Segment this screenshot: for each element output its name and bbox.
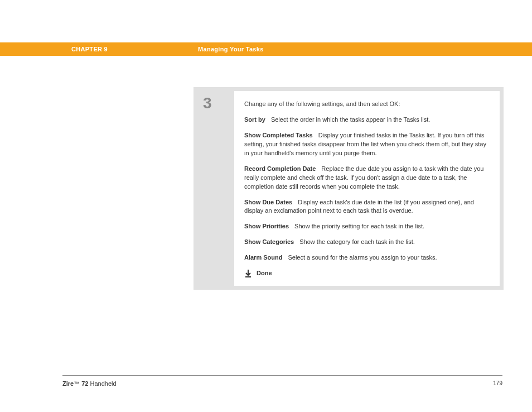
- option-label: Show Priorities: [244, 223, 289, 229]
- option-row: Show Completed TasksDisplay your finishe…: [244, 131, 490, 158]
- step-container: 3 Change any of the following settings, …: [194, 87, 504, 290]
- chapter-header-bar: CHAPTER 9 Managing Your Tasks: [0, 42, 532, 56]
- step-number: 3: [197, 91, 234, 286]
- option-label: Sort by: [244, 116, 265, 123]
- option-label: Show Completed Tasks: [244, 132, 313, 138]
- page-number: 179: [493, 380, 502, 386]
- footer-brand: Zire: [62, 380, 74, 387]
- option-row: Show Due DatesDisplay each task's due da…: [244, 198, 490, 216]
- footer-product: Zire™ 72 Handheld: [62, 380, 117, 387]
- option-label: Record Completion Date: [244, 165, 316, 172]
- option-row: Record Completion DateReplace the due da…: [244, 165, 490, 191]
- step-intro: Change any of the following settings, an…: [244, 100, 490, 109]
- step-content: Change any of the following settings, an…: [234, 91, 500, 286]
- option-row: Show PrioritiesShow the priority setting…: [244, 222, 490, 231]
- option-row: Sort bySelect the order in which the tas…: [244, 116, 490, 124]
- option-row: Alarm SoundSelect a sound for the alarms…: [244, 253, 490, 262]
- step-inner: 3 Change any of the following settings, …: [197, 91, 500, 286]
- done-row: Done: [244, 269, 490, 278]
- option-desc: Select the order in which the tasks appe…: [271, 116, 430, 123]
- option-row: Show CategoriesShow the category for eac…: [244, 238, 490, 247]
- option-label: Show Categories: [244, 238, 294, 245]
- footer-model: 72: [80, 380, 88, 387]
- footer-tm: ™: [74, 380, 80, 387]
- footer-rule: [62, 375, 502, 376]
- option-label: Show Due Dates: [244, 199, 292, 205]
- option-desc: Show the category for each task in the l…: [299, 238, 415, 245]
- done-label: Done: [257, 269, 272, 278]
- chapter-title: Managing Your Tasks: [198, 46, 264, 52]
- footer-suffix: Handheld: [88, 380, 116, 387]
- done-arrow-icon: [244, 269, 252, 278]
- option-desc: Select a sound for the alarms you assign…: [288, 254, 437, 261]
- option-label: Alarm Sound: [244, 254, 282, 261]
- option-desc: Show the priority setting for each task …: [294, 223, 424, 229]
- chapter-label: CHAPTER 9: [71, 46, 108, 52]
